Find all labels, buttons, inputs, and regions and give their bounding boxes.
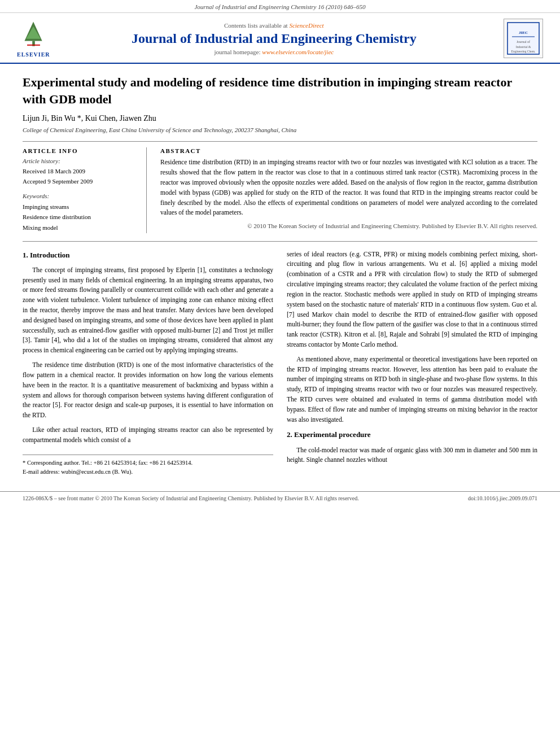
top-bar: Journal of Industrial and Engineering Ch…	[0, 0, 560, 13]
accepted-date: Accepted 9 September 2009	[23, 177, 137, 187]
bottom-bar: 1226-086X/$ – see front matter © 2010 Th…	[0, 491, 560, 505]
abstract-section-label: ABSTRACT	[160, 147, 537, 154]
footnote-email-label: E-mail address:	[23, 469, 60, 475]
abstract-text: Residence time distribution (RTD) in an …	[160, 158, 537, 218]
journal-logo-icon: JIEC Journal of Industrial & Engineering…	[506, 21, 540, 55]
footnote-email: E-mail address: wubin@ecust.edu.cn (B. W…	[23, 468, 273, 477]
body-two-col: 1. Introduction The concept of impinging…	[23, 250, 537, 477]
svg-text:JIEC: JIEC	[519, 30, 528, 35]
section1-para3: Like other actual reactors, RTD of impin…	[23, 425, 273, 445]
main-content: Experimental study and modeling of resid…	[0, 64, 560, 487]
authors-line: Lijun Ji, Bin Wu *, Kui Chen, Jiawen Zhu	[23, 114, 537, 123]
affiliation: College of Chemical Engineering, East Ch…	[23, 126, 537, 133]
section2-heading: 2. Experimental procedure	[287, 429, 537, 440]
sciencedirect-link[interactable]: ScienceDirect	[289, 22, 323, 29]
header-left: ELSEVIER	[17, 19, 50, 58]
article-title: Experimental study and modeling of resid…	[23, 74, 537, 107]
footnote-section: * Corresponding author. Tel.: +86 21 642…	[23, 455, 273, 477]
section1-heading: 1. Introduction	[23, 250, 273, 261]
article-info-abstract-section: ARTICLE INFO Article history: Received 1…	[23, 141, 537, 233]
bottom-doi: doi:10.1016/j.jiec.2009.09.071	[468, 495, 537, 501]
section2-col2-para1: The cold-model reactor was made of organ…	[287, 445, 537, 466]
elsevier-logo: ELSEVIER	[17, 19, 50, 58]
keyword-1: Impinging streams	[23, 202, 137, 212]
footnote-star: * Corresponding author. Tel.: +86 21 642…	[23, 458, 273, 468]
journal-title-header: Journal of Industrial and Engineering Ch…	[50, 31, 498, 46]
section1-para2: The residence time distribution (RTD) is…	[23, 360, 273, 421]
section1-para1: The concept of impinging streams, first …	[23, 265, 273, 356]
section1-col2-para1: series of ideal reactors (e.g. CSTR, PFR…	[287, 250, 537, 350]
sciencedirect-label: Contents lists available at	[224, 22, 288, 29]
journal-logo-box: JIEC Journal of Industrial & Engineering…	[504, 19, 543, 58]
article-info-dates: Received 18 March 2009 Accepted 9 Septem…	[23, 167, 137, 186]
elsevier-label: ELSEVIER	[17, 51, 50, 58]
header-center: Contents lists available at ScienceDirec…	[50, 22, 498, 55]
header-right: JIEC Journal of Industrial & Engineering…	[498, 19, 543, 58]
history-label: Article history:	[23, 158, 137, 164]
article-info-col: ARTICLE INFO Article history: Received 1…	[23, 147, 147, 233]
keywords-label: Keywords:	[23, 193, 137, 199]
bottom-issn: 1226-086X/$ – see front matter © 2010 Th…	[23, 495, 359, 501]
section1-col2-para2: As mentioned above, many experimental or…	[287, 355, 537, 425]
footnote-email-value: wubin@ecust.edu.cn (B. Wu).	[61, 469, 133, 475]
abstract-col: ABSTRACT Residence time distribution (RT…	[160, 147, 537, 233]
keywords-list: Impinging streams Residence time distrib…	[23, 202, 137, 233]
page-wrapper: Journal of Industrial and Engineering Ch…	[0, 0, 560, 747]
received-date: Received 18 March 2009	[23, 167, 137, 177]
homepage-label: journal homepage:	[214, 49, 262, 55]
copyright-line: © 2010 The Korean Society of Industrial …	[160, 222, 537, 229]
keyword-3: Mixing model	[23, 222, 137, 233]
body-divider	[23, 241, 537, 242]
homepage-url[interactable]: www.elsevier.com/locate/jiec	[262, 49, 334, 55]
sciencedirect-line: Contents lists available at ScienceDirec…	[50, 22, 498, 29]
body-col-left: 1. Introduction The concept of impinging…	[23, 250, 273, 477]
journal-ref: Journal of Industrial and Engineering Ch…	[194, 3, 365, 10]
keyword-2: Residence time distribution	[23, 212, 137, 222]
svg-text:Industrial &: Industrial &	[516, 45, 531, 49]
article-info-section-label: ARTICLE INFO	[23, 147, 137, 154]
svg-text:Journal of: Journal of	[517, 40, 530, 43]
elsevier-tree-icon	[18, 19, 49, 50]
journal-header: ELSEVIER Contents lists available at Sci…	[0, 13, 560, 64]
authors-text: Lijun Ji, Bin Wu *, Kui Chen, Jiawen Zhu	[23, 114, 156, 123]
svg-marker-2	[26, 27, 41, 39]
svg-text:Engineering Chem.: Engineering Chem.	[511, 50, 536, 53]
body-col-right: series of ideal reactors (e.g. CSTR, PFR…	[287, 250, 537, 477]
journal-homepage: journal homepage: www.elsevier.com/locat…	[50, 49, 498, 55]
